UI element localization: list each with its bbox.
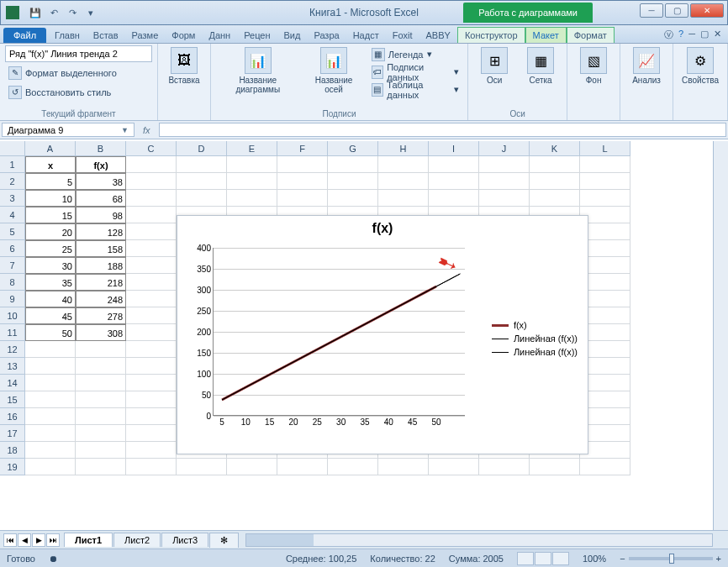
cell[interactable] [227,459,277,475]
cell[interactable]: x [25,156,76,173]
cell[interactable] [76,425,126,442]
properties-button[interactable]: ⚙Свойства [678,45,722,87]
cell[interactable] [479,190,530,207]
row-header[interactable]: 8 [0,274,25,291]
row-header[interactable]: 10 [0,307,25,324]
cell[interactable] [378,190,429,207]
chart-title-button[interactable]: 📊Название диаграммы [216,45,299,96]
cell[interactable]: 15 [25,207,76,223]
row-header[interactable]: 9 [0,291,25,307]
cell[interactable] [530,190,580,207]
cell[interactable]: 35 [25,274,76,291]
cell[interactable]: 188 [76,257,126,274]
cell[interactable] [25,459,76,475]
col-header[interactable]: B [76,141,126,156]
embedded-chart[interactable]: f(x) 05010015020025030035040051015202530… [177,215,588,454]
cell[interactable] [328,173,378,190]
cell[interactable]: 68 [76,190,126,207]
cell[interactable] [227,173,277,190]
cell[interactable] [429,459,479,475]
minimize-button[interactable]: ─ [640,3,663,18]
undo-icon[interactable]: ↶ [46,5,61,20]
cell[interactable] [328,459,378,475]
data-labels-button[interactable]: 🏷Подписи данных ▾ [368,63,462,81]
macro-record-icon[interactable]: ⏺ [49,554,58,564]
analysis-button[interactable]: 📈Анализ [625,45,667,87]
cell[interactable] [76,391,126,408]
sheet-tab-1[interactable]: Лист1 [64,533,113,547]
cell[interactable] [479,156,530,173]
cell[interactable] [227,156,277,173]
cell[interactable]: 38 [76,173,126,190]
cell[interactable] [126,324,177,341]
col-header[interactable]: K [530,141,580,156]
fx-button[interactable]: fx [136,121,157,139]
cell[interactable] [126,207,177,223]
new-sheet-button[interactable]: ✻ [209,533,239,548]
cell[interactable] [530,459,580,475]
sheet-tab-3[interactable]: Лист3 [161,533,208,547]
row-header[interactable]: 12 [0,341,25,358]
cell[interactable] [530,173,580,190]
cell[interactable] [76,442,126,459]
row-header[interactable]: 3 [0,190,25,207]
cell[interactable] [580,156,630,173]
cell[interactable] [177,156,227,173]
legend-item[interactable]: f(x) [492,320,578,330]
tab-chart-layout[interactable]: Макет [525,27,567,43]
tab-view[interactable]: Вид [277,28,308,43]
cell[interactable]: 5 [25,173,76,190]
cell[interactable] [479,459,530,475]
select-all-corner[interactable] [0,141,25,156]
cell[interactable] [126,190,177,207]
worksheet-grid[interactable]: ABCDEFGHIJKL 123456789101112131415161718… [0,141,728,530]
cell[interactable] [277,156,328,173]
cell[interactable] [177,459,227,475]
view-pagebreak-button[interactable] [552,552,569,565]
col-header[interactable]: G [328,141,378,156]
tab-chart-design[interactable]: Конструктор [457,27,525,43]
horizontal-scrollbar[interactable] [245,533,713,547]
cell[interactable]: 50 [25,324,76,341]
inner-close-icon[interactable]: ✕ [714,29,721,41]
tab-insert[interactable]: Встав [87,28,125,43]
cell[interactable] [580,173,630,190]
tab-abby[interactable]: ABBY [419,28,457,43]
row-header[interactable]: 19 [0,459,25,475]
row-header[interactable]: 6 [0,240,25,257]
cell[interactable] [277,190,328,207]
zoom-slider[interactable] [629,557,713,560]
inner-min-icon[interactable]: ─ [688,29,695,41]
row-header[interactable]: 7 [0,257,25,274]
format-selection-button[interactable]: ✎Формат выделенного [5,64,120,81]
cell[interactable] [328,156,378,173]
sheet-tab-2[interactable]: Лист2 [113,533,161,547]
col-header[interactable]: E [227,141,277,156]
row-header[interactable]: 13 [0,358,25,375]
cell[interactable] [126,223,177,240]
cell[interactable] [126,459,177,475]
chart-element-selector[interactable] [5,45,152,62]
cell[interactable] [429,156,479,173]
cell[interactable] [76,375,126,391]
col-header[interactable]: L [580,141,630,156]
save-icon[interactable]: 💾 [28,5,43,20]
help-icon[interactable]: ? [678,29,683,41]
plot-area[interactable]: 0501001502002503003504005101520253035404… [213,248,465,416]
cell[interactable] [76,341,126,358]
legend-item[interactable]: Линейная (f(x)) [492,347,578,357]
col-header[interactable]: D [177,141,227,156]
data-table-button[interactable]: ▤Таблица данных ▾ [368,81,462,98]
sheet-nav-first[interactable]: ⏮ [3,533,17,547]
cell[interactable]: 128 [76,223,126,240]
col-header[interactable]: I [429,141,479,156]
cell[interactable] [126,425,177,442]
row-header[interactable]: 4 [0,207,25,223]
tab-foxit[interactable]: Foxit [386,28,419,43]
cell[interactable] [227,190,277,207]
cell[interactable] [126,240,177,257]
cell[interactable] [126,291,177,307]
maximize-button[interactable]: ▢ [665,3,688,18]
legend-item[interactable]: Линейная (f(x)) [492,333,578,344]
col-header[interactable]: C [126,141,177,156]
